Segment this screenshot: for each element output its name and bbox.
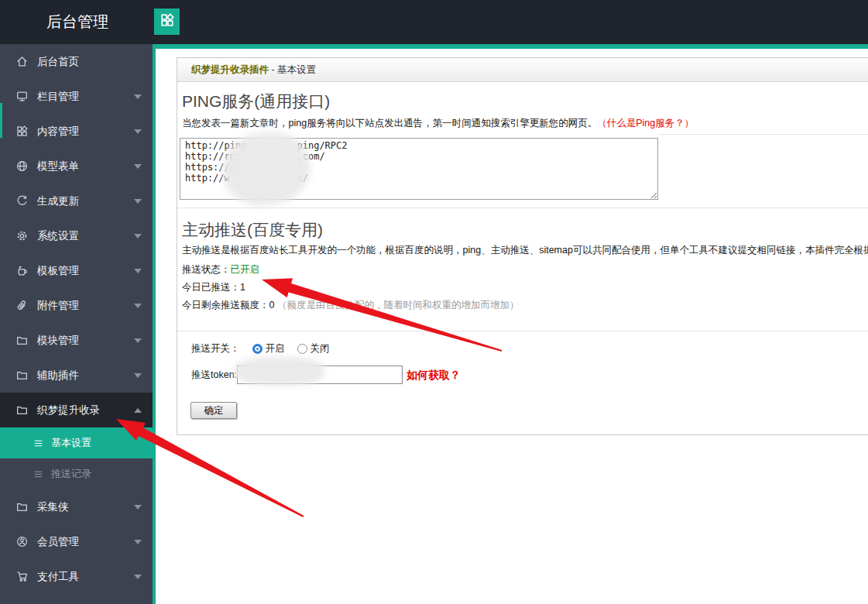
cup-icon [15, 264, 29, 277]
chevron-down-icon [134, 129, 142, 134]
push-quota-line: 今日剩余推送额度：0 （额度是由百度分配的，随着时间和权重的增加而增加） [182, 299, 519, 312]
chevron-down-icon [134, 269, 142, 273]
sidebar-item-zhimeng-boost[interactable]: 织梦提升收录 [0, 393, 153, 427]
modules-launcher-button[interactable] [154, 9, 180, 35]
chevron-up-icon [134, 408, 142, 413]
push-today-value: 1 [240, 282, 245, 293]
push-switch-label: 推送开关： [191, 342, 240, 355]
folder-icon [15, 334, 29, 347]
ping-section-desc: 当您发表一篇新文章时，ping服务将向以下站点发出通告，第一时间通知搜索引擎更新… [182, 117, 694, 130]
sidebar-item-system-settings[interactable]: 系统设置 [0, 218, 153, 253]
folder-icon [15, 403, 29, 417]
sidebar-item-attachments[interactable]: 附件管理 [0, 288, 153, 323]
sidebar-item-members[interactable]: 会员管理 [0, 524, 153, 559]
push-switch-row: 推送开关： 开启 关闭 [191, 340, 330, 357]
sidebar-item-label: 系统设置 [37, 229, 79, 243]
breadcrumb-plugin-name: 织梦提升收录插件 [191, 64, 269, 75]
refresh-icon [15, 194, 29, 208]
app-title: 后台管理 [46, 0, 108, 44]
sidebar-subitem-label: 基本设置 [51, 436, 91, 450]
push-quota-value: 0 [269, 300, 275, 311]
radio-off-label[interactable]: 关闭 [310, 342, 330, 355]
sidebar-item-label: 生成更新 [37, 194, 79, 208]
ping-desc-text: 当您发表一篇新文章时，ping服务将向以下站点发出通告，第一时间通知搜索引擎更新… [182, 118, 597, 129]
ping-help-link[interactable]: （什么是Ping服务？） [597, 118, 694, 129]
sidebar-item-label: 会员管理 [37, 535, 79, 549]
sidebar-item-payment-tools[interactable]: 支付工具 [0, 559, 153, 594]
ping-section-title: PING服务(通用接口) [182, 91, 330, 112]
sidebar: 后台首页 栏目管理 内容管理 模型表单 生成更新 系统设置 模板管理 [0, 44, 153, 604]
sidebar-item-home[interactable]: 后台首页 [0, 44, 153, 79]
chevron-down-icon [134, 94, 142, 99]
breadcrumb-page-name: 基本设置 [277, 64, 316, 75]
folder-icon [15, 500, 29, 513]
radio-on[interactable] [252, 344, 262, 354]
sidebar-item-templates[interactable]: 模板管理 [0, 253, 153, 288]
sidebar-item-caijixia[interactable]: 采集侠 [0, 489, 153, 524]
grid-icon [15, 125, 29, 138]
menu-lines-icon [33, 468, 44, 480]
token-label-row: 推送token: [191, 367, 237, 383]
sidebar-item-label: 辅助插件 [37, 369, 79, 383]
chevron-down-icon [134, 199, 142, 204]
push-status-value: 已开启 [231, 264, 260, 275]
sidebar-subitem-label: 推送记录 [51, 467, 91, 481]
sidebar-item-modules[interactable]: 模块管理 [0, 323, 153, 358]
grid-icon [160, 12, 175, 31]
push-section-desc: 主动推送是根据百度站长工具开发的一个功能，根据百度的说明，ping、主动推送、s… [182, 244, 868, 257]
token-label: 推送token: [191, 369, 237, 382]
folder-icon [15, 369, 29, 382]
chevron-down-icon [134, 373, 142, 378]
topbar: 后台管理 [0, 0, 868, 44]
member-icon [15, 535, 29, 548]
sidebar-item-label: 织梦提升收录 [37, 403, 100, 417]
token-help-link[interactable]: 如何获取？ [407, 369, 461, 383]
home-icon [15, 55, 29, 68]
chevron-down-icon [134, 505, 142, 510]
divider [659, 134, 868, 135]
push-quota-label: 今日剩余推送额度： [182, 300, 269, 311]
sidebar-subitem-push-records[interactable]: 推送记录 [0, 458, 153, 489]
globe-icon [15, 160, 29, 173]
sidebar-item-label: 附件管理 [37, 299, 79, 313]
chevron-down-icon [134, 338, 142, 343]
push-quota-note: （额度是由百度分配的，随着时间和权重的增加而增加） [277, 300, 520, 311]
menu-lines-icon [33, 438, 44, 449]
push-status-label: 推送状态： [182, 264, 231, 275]
push-status-line: 推送状态：已开启 [182, 263, 259, 276]
breadcrumb-separator: - [269, 64, 277, 75]
push-section-title: 主动推送(百度专用) [182, 219, 323, 241]
sidebar-subitem-basic-settings[interactable]: 基本设置 [0, 427, 156, 458]
sidebar-item-content[interactable]: 内容管理 [0, 114, 153, 149]
sidebar-item-helper-plugins[interactable]: 辅助插件 [0, 358, 153, 393]
chevron-down-icon [134, 540, 142, 544]
sidebar-item-label: 栏目管理 [37, 90, 79, 104]
chevron-down-icon [134, 575, 142, 579]
sidebar-item-label: 模型表单 [37, 160, 79, 173]
gear-icon [15, 229, 29, 242]
monitor-icon [15, 90, 29, 103]
sidebar-item-label: 模板管理 [37, 264, 79, 278]
divider [177, 331, 868, 331]
submit-button[interactable]: 确定 [190, 402, 237, 419]
sidebar-item-label: 支付工具 [37, 570, 79, 584]
push-today-label: 今日已推送： [182, 282, 240, 293]
sidebar-item-label: 采集侠 [37, 500, 69, 514]
panel-header: 织梦提升收录插件 - 基本设置 [177, 58, 868, 82]
cart-icon [15, 570, 29, 583]
sidebar-item-label: 模块管理 [37, 334, 79, 348]
sidebar-item-model-forms[interactable]: 模型表单 [0, 149, 153, 184]
sidebar-item-generate[interactable]: 生成更新 [0, 184, 153, 218]
chevron-down-icon [134, 164, 142, 169]
radio-off[interactable] [297, 344, 307, 354]
censor-blur-token [235, 357, 324, 386]
sidebar-item-label: 后台首页 [37, 55, 79, 69]
divider [177, 208, 868, 208]
sidebar-item-label: 内容管理 [37, 125, 79, 139]
chevron-down-icon [134, 304, 142, 308]
radio-on-label[interactable]: 开启 [266, 342, 285, 355]
sidebar-item-columns[interactable]: 栏目管理 [0, 79, 153, 114]
push-today-line: 今日已推送：1 [182, 281, 245, 294]
paperclip-icon [15, 299, 29, 312]
chevron-down-icon [134, 234, 142, 239]
